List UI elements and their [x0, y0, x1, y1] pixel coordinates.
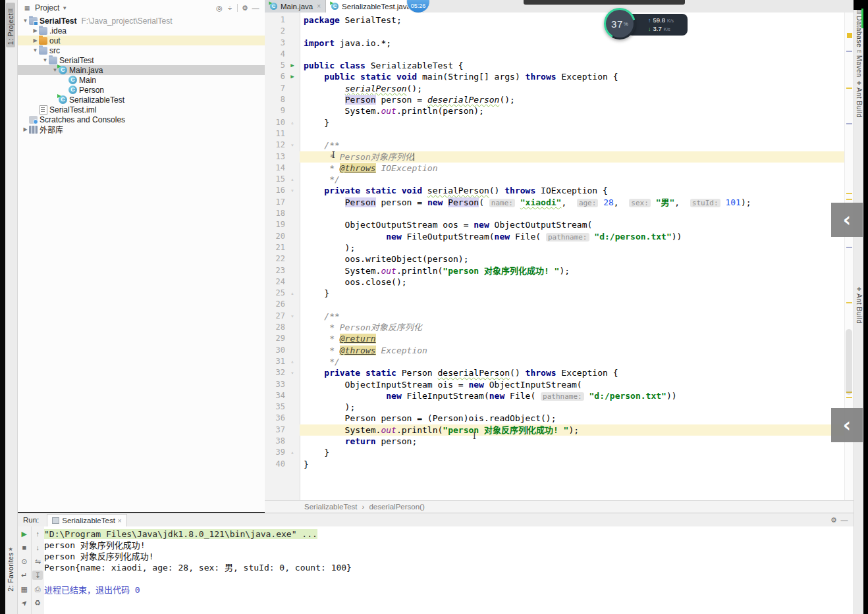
toolwindow-tab-project[interactable]: ▤ 1: Project [6, 3, 15, 47]
editor-line[interactable]: 5▶public class SerializableTest { [265, 60, 844, 71]
editor-line[interactable]: 8 Person person = deserialPerson(); [265, 94, 844, 105]
toolwindow-tab-maven[interactable]: mMaven [854, 48, 864, 78]
editor-line[interactable]: 21 ); [265, 242, 844, 253]
editor-line[interactable]: 18 [265, 208, 844, 219]
editor-line[interactable]: 25▵ } [265, 288, 844, 299]
editor-line[interactable]: 37 System.out.println("person 对象反序列化成功! … [265, 424, 844, 436]
editor-line[interactable]: 16▿ private static void serialPerson() t… [265, 185, 844, 196]
up-icon[interactable]: ↑ [32, 529, 43, 538]
fold-marker-icon[interactable]: ▵ [285, 174, 300, 185]
warning-stripe-mark[interactable] [846, 193, 852, 194]
editor-line[interactable]: 17 Person person = new Person( name: "xi… [265, 197, 844, 208]
info-stripe-mark[interactable] [846, 51, 852, 52]
tree-item[interactable]: ▼src [18, 45, 265, 55]
toolwindow-tab-ant-build[interactable]: ✚Ant Build [854, 286, 864, 324]
fold-marker-icon[interactable]: ▿ [285, 311, 300, 322]
run-console-output[interactable]: "D:\Program Files\Java\jdk1.8.0_121\bin\… [44, 526, 854, 614]
editor-line[interactable]: 13 * Person对象序列化 [265, 151, 844, 163]
editor-line[interactable]: 31▵ */ [265, 356, 844, 367]
tree-collapse-chevron[interactable]: ▼ [32, 47, 39, 53]
code-editor[interactable]: 1package SerialTest;2 3import java.io.*;… [265, 13, 844, 500]
tree-item[interactable]: ▶外部库 [18, 124, 265, 134]
locate-icon[interactable]: ◎ [214, 4, 225, 13]
editor-line[interactable]: 2 [265, 26, 844, 37]
tree-item[interactable]: ▼SerialTestF:\Java_project\SerialTest [18, 16, 265, 26]
editor-line[interactable]: 30 * @throws Exception [265, 345, 844, 356]
tree-item[interactable]: Scratches and Consoles [18, 115, 265, 124]
editor-line[interactable]: 10▵ } [265, 117, 844, 128]
editor-line[interactable]: 32▿ private static Person deserialPerson… [265, 367, 844, 378]
editor-line[interactable]: 24 oos.close(); [265, 276, 844, 288]
breadcrumb-method[interactable]: deserialPerson() [369, 503, 424, 511]
info-stripe-mark[interactable] [846, 247, 852, 248]
editor-line[interactable]: 12▿ /** [265, 140, 844, 151]
editor-line[interactable]: 11 [265, 128, 844, 140]
hide-panel-icon[interactable]: — [250, 4, 261, 12]
tree-expand-chevron[interactable]: ▶ [22, 126, 29, 132]
toolwindow-tab-ant-build[interactable]: ✚Ant Build [854, 80, 864, 118]
fold-marker-icon[interactable]: ▵ [285, 356, 300, 367]
warning-stripe-mark[interactable] [846, 302, 852, 303]
tree-item[interactable]: SerializableTest [18, 95, 265, 105]
editor-line[interactable]: 29 * @return [265, 333, 844, 344]
fold-marker-icon[interactable]: ▿ [285, 367, 300, 378]
camera-icon[interactable]: ⊙ [19, 557, 30, 566]
editor-line[interactable]: 35 ); [265, 401, 844, 413]
editor-line[interactable]: 15▵ */ [265, 174, 844, 185]
editor-line[interactable]: 14 * @throws IOException [265, 163, 844, 174]
editor-line[interactable]: 40} [265, 459, 844, 470]
warning-stripe-mark[interactable] [846, 88, 852, 89]
scrollend-icon[interactable]: ↧ [32, 571, 43, 580]
editor-line[interactable]: 19 ObjectOutputStream oos = new ObjectOu… [265, 219, 844, 230]
close-icon[interactable]: × [118, 517, 122, 524]
wrap-icon[interactable]: ⇋ [32, 557, 43, 566]
editor-line[interactable]: 4 [265, 49, 844, 60]
pin-icon[interactable]: ➤ [17, 596, 31, 609]
collapse-left-chevron-overlay[interactable]: ‹ [831, 408, 863, 442]
tree-item[interactable]: Person [18, 85, 265, 95]
breadcrumb-class[interactable]: SerializableTest [304, 503, 358, 511]
cpu-usage-gauge-overlay[interactable]: 37 % [604, 8, 636, 39]
editor-line[interactable]: 9 System.out.println(person); [265, 105, 844, 116]
editor-line[interactable]: 36 Person person = (Person)ois.readObjec… [265, 413, 844, 424]
warning-stripe-mark[interactable] [846, 397, 852, 398]
file-status-warning-marker[interactable] [847, 33, 852, 38]
fold-marker-icon[interactable]: ▵ [285, 447, 300, 458]
tree-item[interactable]: ▼SerialTest [18, 55, 265, 65]
fold-marker-icon[interactable]: ▵ [285, 117, 300, 128]
tree-item[interactable]: ▼Main.java [18, 65, 265, 75]
editor-line[interactable]: 7 serialPerson(); [265, 83, 844, 94]
tree-expand-chevron[interactable]: ▶ [32, 28, 39, 34]
warning-stripe-mark[interactable] [846, 199, 852, 200]
editor-line[interactable]: 26 [265, 299, 844, 310]
close-icon[interactable]: × [317, 3, 321, 10]
hide-panel-icon[interactable]: — [839, 516, 850, 524]
editor-line[interactable]: 6▶ public static void main(String[] args… [265, 71, 844, 82]
editor-line[interactable]: 28 * Person对象反序列化 [265, 322, 844, 333]
fold-marker-icon[interactable]: ▿ [285, 140, 300, 151]
collapse-all-icon[interactable]: ÷ [225, 4, 235, 12]
tree-item[interactable]: ▶.idea [18, 26, 265, 36]
editor-line[interactable]: 34 new FileInputStream(new File( pathnam… [265, 390, 844, 401]
down-icon[interactable]: ↓ [32, 543, 43, 552]
editor-line[interactable]: 38 return person; [265, 436, 844, 447]
toolwindow-tab-favorites[interactable]: ★ 2: Favorites [6, 542, 15, 594]
run-line-icon[interactable]: ▶ [285, 60, 300, 71]
gear-icon[interactable]: ⚙ [828, 516, 839, 524]
enter-icon[interactable]: ↵ [19, 571, 30, 580]
tree-collapse-chevron[interactable]: ▼ [41, 57, 49, 63]
editor-line[interactable]: 3import java.io.*; [265, 38, 844, 49]
project-panel-title[interactable]: Project [35, 3, 59, 13]
trash-icon[interactable]: ♻ [32, 598, 43, 607]
editor-line[interactable]: 1package SerialTest; [265, 14, 844, 26]
collapse-left-chevron-overlay[interactable]: ‹ [831, 203, 863, 237]
editor-line[interactable]: 33 ObjectInputStream ois = new ObjectInp… [265, 379, 844, 390]
tree-collapse-chevron[interactable]: ▼ [22, 18, 29, 24]
fold-marker-icon[interactable]: ▵ [285, 288, 300, 299]
print-icon[interactable]: ⎙ [32, 584, 43, 594]
run-icon[interactable]: ▶ [19, 529, 30, 538]
editor-line[interactable]: 27▿ /** [265, 311, 844, 322]
gear-icon[interactable]: ⚙ [240, 4, 250, 13]
tree-expand-chevron[interactable]: ▶ [32, 38, 39, 43]
fold-marker-icon[interactable]: ▿ [285, 185, 300, 196]
